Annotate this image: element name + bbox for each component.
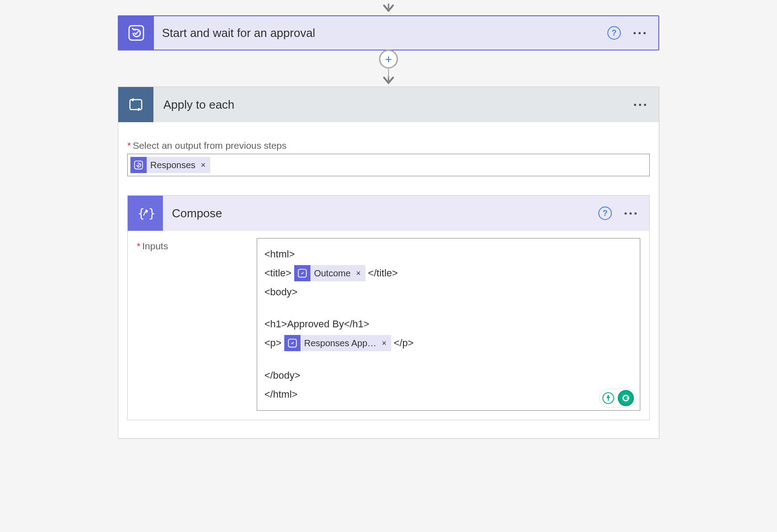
select-output-label: *Select an output from previous steps	[127, 140, 650, 151]
token-remove[interactable]: ×	[199, 161, 210, 170]
compose-title: Compose	[163, 206, 598, 220]
compose-header[interactable]: { } Compose ?	[128, 196, 649, 231]
approval-card[interactable]: Start and wait for an approval ?	[118, 15, 659, 50]
text: <body>	[264, 283, 297, 302]
arrow-down-icon	[379, 4, 398, 15]
approval-token-icon	[284, 335, 301, 351]
text: <title>	[264, 264, 291, 283]
editor-badges	[599, 389, 636, 408]
add-action-button[interactable]: +	[379, 50, 398, 69]
compose-card: { } Compose ? *Inputs	[127, 195, 650, 420]
token-label: Outcome	[314, 265, 354, 282]
grammarly-icon[interactable]	[618, 390, 634, 406]
text: <p>	[264, 334, 282, 353]
more-menu[interactable]	[634, 32, 646, 34]
token-responses[interactable]: Responses ×	[130, 157, 210, 173]
approval-card-title: Start and wait for an approval	[154, 26, 607, 40]
text: </body>	[264, 366, 301, 385]
text: </title>	[368, 264, 398, 283]
svg-text:{: {	[138, 206, 145, 220]
token-remove[interactable]: ×	[380, 335, 391, 351]
loop-icon	[118, 87, 153, 122]
more-menu[interactable]	[634, 104, 646, 106]
text: <html>	[264, 245, 295, 264]
apply-to-each-card: Apply to each *Select an output from pre…	[118, 87, 659, 439]
svg-rect-2	[130, 100, 142, 110]
text: </p>	[394, 334, 414, 353]
token-outcome[interactable]: Outcome ×	[294, 265, 365, 281]
apply-to-each-title: Apply to each	[153, 98, 634, 112]
add-action-connector: +	[379, 50, 398, 87]
approval-icon	[119, 15, 154, 50]
token-label: Responses App…	[304, 335, 380, 352]
more-menu[interactable]	[624, 212, 637, 215]
token-remove[interactable]: ×	[354, 266, 365, 281]
svg-text:}: }	[148, 206, 155, 220]
token-label: Responses	[150, 160, 199, 170]
compose-icon: { }	[128, 196, 163, 231]
inputs-editor[interactable]: <html> <title> Outcome ×	[257, 238, 640, 411]
lightbulb-icon[interactable]	[601, 391, 615, 405]
inputs-label: *Inputs	[137, 238, 257, 411]
approval-token-icon	[294, 265, 310, 281]
help-icon[interactable]: ?	[598, 206, 612, 220]
text: <h1>Approved By</h1>	[264, 315, 369, 334]
help-icon[interactable]: ?	[607, 26, 621, 40]
approval-token-icon	[130, 157, 147, 173]
apply-to-each-header[interactable]: Apply to each	[118, 87, 659, 122]
select-output-input[interactable]: Responses ×	[127, 154, 650, 176]
token-responses-app[interactable]: Responses App… ×	[284, 335, 391, 351]
text: </html>	[264, 385, 297, 404]
